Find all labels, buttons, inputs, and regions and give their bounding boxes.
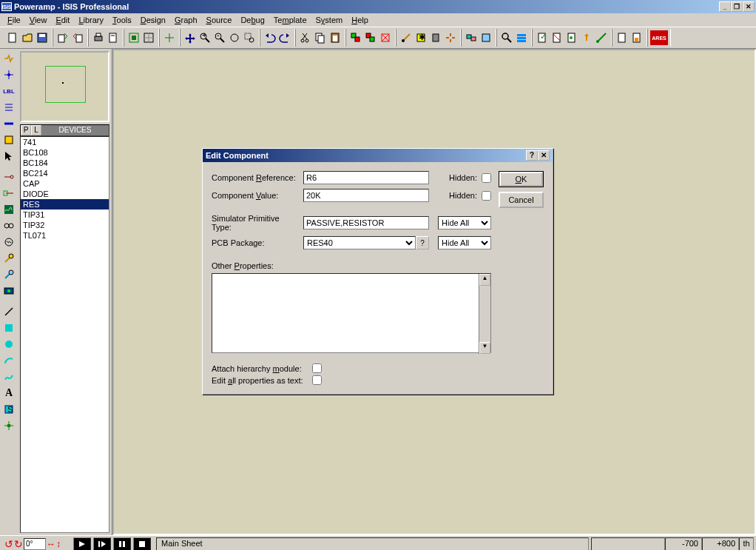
stop-button[interactable] xyxy=(133,537,151,551)
component-mode-icon[interactable] xyxy=(1,51,16,66)
wire-label-icon[interactable] xyxy=(464,30,479,45)
new-icon[interactable] xyxy=(5,30,20,45)
component-value-input[interactable] xyxy=(303,189,429,202)
redo-icon[interactable] xyxy=(277,30,292,45)
step-button[interactable] xyxy=(93,537,111,551)
cut-icon[interactable] xyxy=(298,30,313,45)
menu-design[interactable]: Design xyxy=(136,14,170,26)
device-list-item[interactable]: TIP31 xyxy=(21,209,109,220)
property-icon[interactable] xyxy=(514,30,529,45)
print-setup-icon[interactable] xyxy=(106,30,121,45)
tape-mode-icon[interactable] xyxy=(1,218,16,233)
simulator-primitive-input[interactable] xyxy=(303,216,429,229)
reference-hidden-checkbox[interactable] xyxy=(482,173,491,183)
dialog-help-button[interactable]: ? xyxy=(526,150,538,161)
other-properties-textarea[interactable] xyxy=(212,273,491,353)
menu-graph[interactable]: Graph xyxy=(170,14,202,26)
refresh-icon[interactable] xyxy=(126,30,141,45)
dialog-close-button[interactable]: ✕ xyxy=(538,150,550,161)
circle-mode-icon[interactable] xyxy=(1,337,16,352)
menu-file[interactable]: File xyxy=(3,14,25,26)
text-tool-icon[interactable] xyxy=(479,30,493,45)
subcircuit-mode-icon[interactable] xyxy=(1,133,16,147)
paste-icon[interactable] xyxy=(328,30,342,45)
menu-help[interactable]: Help xyxy=(347,14,373,26)
zoom-in-icon[interactable]: + xyxy=(198,30,212,45)
make-icon[interactable]: ✱ xyxy=(414,30,428,45)
line-mode-icon[interactable] xyxy=(1,304,16,319)
menu-system[interactable]: System xyxy=(311,14,348,26)
menu-source[interactable]: Source xyxy=(202,14,237,26)
device-list-item[interactable]: BC184 xyxy=(21,158,109,168)
bus-mode-icon[interactable] xyxy=(1,116,16,131)
cancel-button[interactable]: Cancel xyxy=(499,192,544,208)
report2-icon[interactable] xyxy=(630,30,644,45)
rotation-input[interactable] xyxy=(24,538,46,550)
pin-mode-icon[interactable] xyxy=(1,186,16,201)
junction-mode-icon[interactable] xyxy=(1,67,16,82)
path-mode-icon[interactable] xyxy=(1,369,16,384)
copy-icon[interactable] xyxy=(313,30,328,45)
menu-tools[interactable]: Tools xyxy=(108,14,136,26)
text-mode-icon[interactable]: A xyxy=(1,386,16,400)
undo-icon[interactable] xyxy=(263,30,277,45)
ok-button[interactable]: OK xyxy=(499,171,544,187)
bom-icon[interactable] xyxy=(564,30,579,45)
scroll-up-icon[interactable]: ▲ xyxy=(479,274,490,286)
menu-template[interactable]: Template xyxy=(269,14,311,26)
device-list[interactable]: 741BC108BC184BC214CAPDIODERESTIP31TIP32T… xyxy=(20,136,109,533)
menu-debug[interactable]: Debug xyxy=(236,14,269,26)
import-icon[interactable] xyxy=(55,30,70,45)
zoom-all-icon[interactable] xyxy=(227,30,242,45)
search-icon[interactable] xyxy=(499,30,514,45)
block-delete-icon[interactable] xyxy=(378,30,393,45)
rotate-ccw-icon[interactable]: ↺ xyxy=(4,538,13,550)
instrument-mode-icon[interactable] xyxy=(1,284,16,298)
close-button[interactable]: ✕ xyxy=(743,1,755,12)
voltage-probe-icon[interactable] xyxy=(1,251,16,266)
zoom-out-icon[interactable]: - xyxy=(212,30,227,45)
device-list-item[interactable]: DIODE xyxy=(21,189,109,199)
report1-icon[interactable] xyxy=(615,30,630,45)
origin-icon[interactable] xyxy=(162,30,177,45)
arc-mode-icon[interactable] xyxy=(1,353,16,368)
pan-icon[interactable] xyxy=(183,30,198,45)
current-probe-icon[interactable] xyxy=(1,267,16,282)
pick-button[interactable]: P xyxy=(21,125,31,135)
package-icon[interactable] xyxy=(428,30,443,45)
maximize-button[interactable]: ❐ xyxy=(731,1,743,12)
dialog-titlebar[interactable]: Edit Component ? ✕ xyxy=(203,149,553,162)
play-button[interactable] xyxy=(73,537,91,551)
ares-nav-icon[interactable] xyxy=(594,30,609,45)
ares-icon[interactable]: ARES xyxy=(650,30,668,45)
device-list-item[interactable]: TIP32 xyxy=(21,220,109,230)
flip-vertical-icon[interactable]: ↕ xyxy=(56,539,61,549)
script-mode-icon[interactable] xyxy=(1,100,16,115)
marker-mode-icon[interactable] xyxy=(1,418,16,433)
menu-view[interactable]: View xyxy=(25,14,52,26)
device-list-item[interactable]: RES xyxy=(21,199,109,209)
graph-mode-icon[interactable] xyxy=(1,202,16,217)
component-reference-input[interactable] xyxy=(303,171,429,184)
device-list-item[interactable]: BC214 xyxy=(21,168,109,178)
block-move-icon[interactable] xyxy=(363,30,378,45)
pause-button[interactable] xyxy=(113,537,131,551)
scroll-down-icon[interactable]: ▼ xyxy=(479,342,490,354)
menu-library[interactable]: Library xyxy=(74,14,108,26)
save-icon[interactable] xyxy=(35,30,50,45)
selection-mode-icon[interactable] xyxy=(1,149,16,164)
device-list-item[interactable]: BC108 xyxy=(21,147,109,158)
edit-all-properties-checkbox[interactable] xyxy=(312,375,322,385)
menu-edit[interactable]: Edit xyxy=(51,14,74,26)
erc-icon[interactable]: ✓ xyxy=(535,30,550,45)
pcb-package-select[interactable]: RES40 xyxy=(303,236,416,249)
open-icon[interactable] xyxy=(20,30,35,45)
compile-icon[interactable] xyxy=(579,30,594,45)
netlist-icon[interactable] xyxy=(550,30,564,45)
symbol-mode-icon[interactable]: S xyxy=(1,402,16,417)
device-list-item[interactable]: TL071 xyxy=(21,230,109,241)
rotate-cw-icon[interactable]: ↻ xyxy=(14,538,23,550)
sim-visibility-select[interactable]: Hide All xyxy=(438,216,491,229)
pcb-visibility-select[interactable]: Hide All xyxy=(438,236,491,249)
export-icon[interactable] xyxy=(70,30,85,45)
